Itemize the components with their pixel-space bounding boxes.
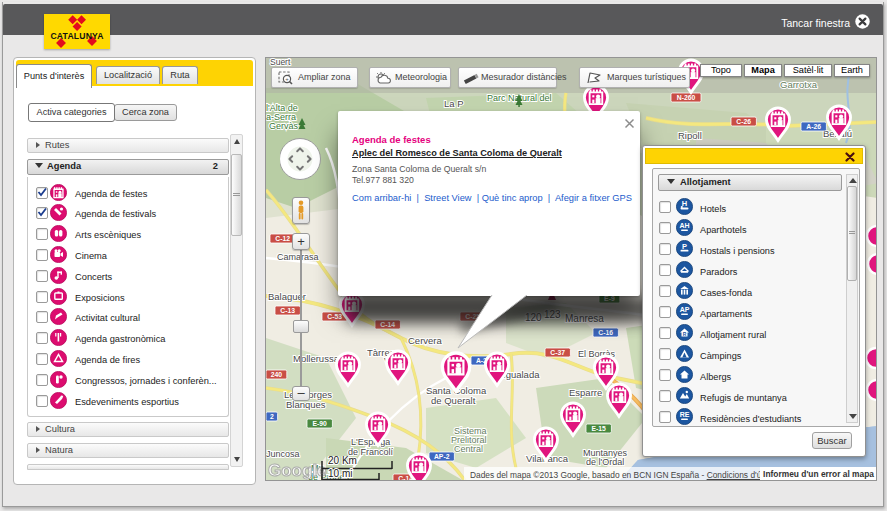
svg-text:20 Km: 20 Km <box>328 456 357 466</box>
svg-text:P: P <box>682 241 687 250</box>
svg-text:RE: RE <box>680 411 690 418</box>
svg-text:CATALUNYA: CATALUNYA <box>50 31 103 41</box>
svg-text:de l'Ordal: de l'Ordal <box>586 457 624 467</box>
svg-text:10 mi: 10 mi <box>328 468 352 479</box>
svg-text:R: R <box>683 330 687 336</box>
svg-text:Gervàs: Gervàs <box>269 121 299 131</box>
svg-text:Ripoll: Ripoll <box>678 130 702 141</box>
svg-text:C-26: C-26 <box>736 118 751 125</box>
svg-text:Central: Central <box>454 444 483 454</box>
svg-text:La P: La P <box>444 98 464 109</box>
svg-text:C-16: C-16 <box>598 329 613 336</box>
svg-text:A-26: A-26 <box>806 123 821 130</box>
svg-text:AP: AP <box>680 306 690 313</box>
svg-text:Suert: Suert <box>270 58 291 67</box>
svg-text:N-260: N-260 <box>677 94 696 101</box>
svg-text:+: + <box>285 76 289 82</box>
svg-text:2: 2 <box>270 413 274 420</box>
svg-text:C-37: C-37 <box>550 349 565 356</box>
svg-text:Esparre: Esparre <box>569 387 602 398</box>
svg-text:Cervera: Cervera <box>408 335 443 346</box>
svg-text:AH: AH <box>679 222 689 229</box>
svg-text:de Queralt: de Queralt <box>431 395 476 406</box>
svg-text:Garrotxa: Garrotxa <box>780 79 818 90</box>
svg-text:E-15: E-15 <box>592 425 607 432</box>
